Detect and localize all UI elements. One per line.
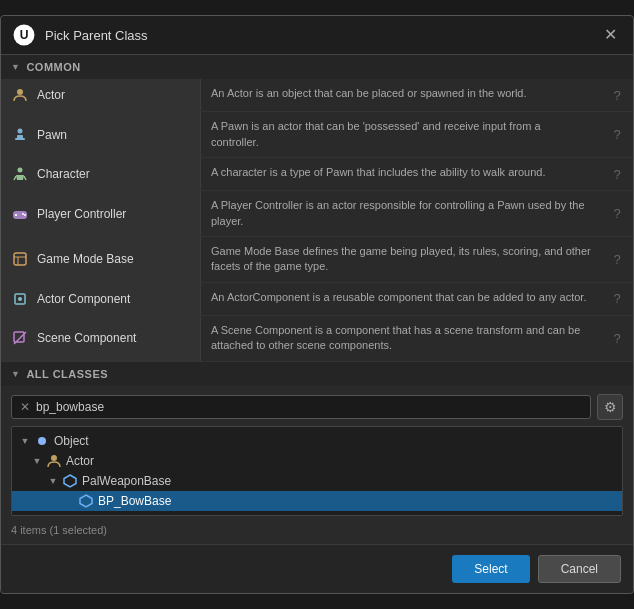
svg-point-21 bbox=[38, 437, 46, 445]
title-bar: U Pick Parent Class ✕ bbox=[1, 16, 633, 55]
row-label-cell-character: Character bbox=[1, 158, 201, 190]
tree-label-object: Object bbox=[54, 434, 89, 448]
row-label-cell-pawn: Pawn bbox=[1, 112, 201, 157]
tree-icon-bp_bowbase bbox=[78, 493, 94, 509]
svg-point-12 bbox=[22, 213, 24, 215]
dialog: U Pick Parent Class ✕ ▼ COMMON Actor An … bbox=[0, 15, 634, 593]
class-tree: ▼ Object ▼ Actor ▼ PalWeaponBase BP_BowB… bbox=[11, 426, 623, 516]
all-classes-section-header[interactable]: ▼ ALL CLASSES bbox=[1, 362, 633, 386]
all-classes-section-label: ALL CLASSES bbox=[26, 368, 108, 380]
gear-icon: ⚙ bbox=[604, 399, 617, 415]
svg-marker-24 bbox=[80, 495, 92, 507]
help-icon-game-mode-base[interactable]: ? bbox=[601, 237, 633, 282]
common-section-header[interactable]: ▼ COMMON bbox=[1, 55, 633, 79]
tree-item-actor[interactable]: ▼ Actor bbox=[12, 451, 622, 471]
tree-icon-actor bbox=[46, 453, 62, 469]
footer: Select Cancel bbox=[1, 544, 633, 593]
svg-rect-19 bbox=[14, 332, 24, 342]
tree-label-bp_bowbase: BP_BowBase bbox=[98, 494, 171, 508]
row-label-cell-actor-component: Actor Component bbox=[1, 283, 201, 315]
common-row-actor-component[interactable]: Actor Component An ActorComponent is a r… bbox=[1, 283, 633, 316]
tree-label-actor: Actor bbox=[66, 454, 94, 468]
svg-text:U: U bbox=[20, 28, 29, 42]
svg-line-8 bbox=[24, 176, 26, 180]
common-section-label: COMMON bbox=[26, 61, 80, 73]
tree-arrow-palweaponbase: ▼ bbox=[48, 476, 58, 486]
tree-arrow-object: ▼ bbox=[20, 436, 30, 446]
row-icon-pawn bbox=[11, 126, 29, 144]
dialog-title: Pick Parent Class bbox=[45, 28, 148, 43]
svg-point-18 bbox=[18, 297, 22, 301]
help-icon-player-controller[interactable]: ? bbox=[601, 191, 633, 236]
row-desc-actor-component: An ActorComponent is a reusable componen… bbox=[201, 283, 601, 315]
row-icon-player-controller bbox=[11, 205, 29, 223]
row-label-text-pawn: Pawn bbox=[37, 128, 67, 142]
help-icon-scene-component[interactable]: ? bbox=[601, 316, 633, 361]
tree-icon-palweaponbase bbox=[62, 473, 78, 489]
row-label-text-game-mode-base: Game Mode Base bbox=[37, 252, 134, 266]
row-desc-character: A character is a type of Pawn that inclu… bbox=[201, 158, 601, 190]
row-label-text-actor-component: Actor Component bbox=[37, 292, 130, 306]
status-bar: 4 items (1 selected) bbox=[1, 520, 633, 544]
common-arrow-icon: ▼ bbox=[11, 62, 20, 72]
tree-icon-object bbox=[34, 433, 50, 449]
svg-point-22 bbox=[51, 455, 57, 461]
row-desc-player-controller: A Player Controller is an actor responsi… bbox=[201, 191, 601, 236]
row-desc-actor: An Actor is an object that can be placed… bbox=[201, 79, 601, 111]
svg-point-3 bbox=[18, 128, 23, 133]
row-icon-actor-component bbox=[11, 290, 29, 308]
all-classes-arrow-icon: ▼ bbox=[11, 369, 20, 379]
ue-logo-icon: U bbox=[13, 24, 35, 46]
row-label-text-actor: Actor bbox=[37, 88, 65, 102]
row-label-cell-scene-component: Scene Component bbox=[1, 316, 201, 361]
row-desc-game-mode-base: Game Mode Base defines the game being pl… bbox=[201, 237, 601, 282]
help-icon-pawn[interactable]: ? bbox=[601, 112, 633, 157]
row-icon-scene-component bbox=[11, 329, 29, 347]
svg-rect-5 bbox=[15, 138, 25, 140]
tree-item-object[interactable]: ▼ Object bbox=[12, 431, 622, 451]
row-label-cell-game-mode-base: Game Mode Base bbox=[1, 237, 201, 282]
common-row-player-controller[interactable]: Player Controller A Player Controller is… bbox=[1, 191, 633, 237]
tree-arrow-actor: ▼ bbox=[32, 456, 42, 466]
common-row-scene-component[interactable]: Scene Component A Scene Component is a c… bbox=[1, 316, 633, 362]
row-label-text-scene-component: Scene Component bbox=[37, 331, 136, 345]
svg-point-6 bbox=[18, 168, 23, 173]
help-icon-actor-component[interactable]: ? bbox=[601, 283, 633, 315]
status-text: 4 items (1 selected) bbox=[11, 524, 107, 536]
row-label-text-character: Character bbox=[37, 167, 90, 181]
svg-rect-10 bbox=[15, 214, 17, 216]
row-desc-scene-component: A Scene Component is a component that ha… bbox=[201, 316, 601, 361]
tree-item-bp_bowbase[interactable]: BP_BowBase bbox=[12, 491, 622, 511]
common-row-actor[interactable]: Actor An Actor is an object that can be … bbox=[1, 79, 633, 112]
row-icon-character bbox=[11, 165, 29, 183]
tree-item-palweaponbase[interactable]: ▼ PalWeaponBase bbox=[12, 471, 622, 491]
close-button[interactable]: ✕ bbox=[600, 25, 621, 45]
row-label-cell-actor: Actor bbox=[1, 79, 201, 111]
search-row: ✕ ⚙ bbox=[11, 394, 623, 420]
settings-button[interactable]: ⚙ bbox=[597, 394, 623, 420]
row-icon-game-mode-base bbox=[11, 250, 29, 268]
common-row-character[interactable]: Character A character is a type of Pawn … bbox=[1, 158, 633, 191]
svg-point-13 bbox=[24, 214, 26, 216]
search-input[interactable] bbox=[36, 400, 582, 414]
svg-marker-23 bbox=[64, 475, 76, 487]
common-row-game-mode-base[interactable]: Game Mode Base Game Mode Base defines th… bbox=[1, 237, 633, 283]
row-desc-pawn: A Pawn is an actor that can be 'possesse… bbox=[201, 112, 601, 157]
cancel-button[interactable]: Cancel bbox=[538, 555, 621, 583]
search-x-icon[interactable]: ✕ bbox=[20, 400, 30, 414]
svg-point-2 bbox=[17, 89, 23, 95]
row-label-text-player-controller: Player Controller bbox=[37, 207, 126, 221]
select-button[interactable]: Select bbox=[452, 555, 529, 583]
svg-line-7 bbox=[14, 176, 16, 180]
row-icon-actor bbox=[11, 86, 29, 104]
help-icon-actor[interactable]: ? bbox=[601, 79, 633, 111]
row-label-cell-player-controller: Player Controller bbox=[1, 191, 201, 236]
search-bar: ✕ bbox=[11, 395, 591, 419]
common-row-pawn[interactable]: Pawn A Pawn is an actor that can be 'pos… bbox=[1, 112, 633, 158]
common-items-list: Actor An Actor is an object that can be … bbox=[1, 79, 633, 361]
tree-label-palweaponbase: PalWeaponBase bbox=[82, 474, 171, 488]
svg-rect-14 bbox=[14, 253, 26, 265]
all-classes-section: ✕ ⚙ ▼ Object ▼ Actor ▼ PalWeaponBase BP_… bbox=[1, 386, 633, 520]
help-icon-character[interactable]: ? bbox=[601, 158, 633, 190]
